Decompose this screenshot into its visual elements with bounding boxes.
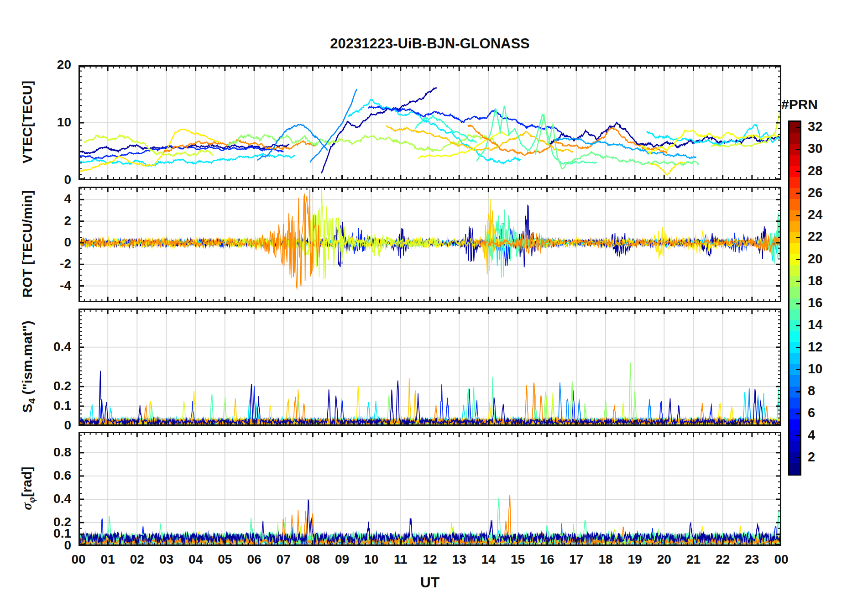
colorbar-tick-mark — [796, 457, 800, 458]
y-tick-label: 0.2 — [24, 515, 71, 529]
glonass-scintillation-figure: 20231223-UiB-BJN-GLONASS VTEC[TECU]ROT [… — [0, 0, 868, 607]
colorbar-tick-mark — [796, 347, 800, 348]
x-tick-label: 00 — [763, 552, 800, 567]
colorbar-tick-mark — [796, 215, 800, 216]
colorbar-tick-mark — [796, 237, 800, 238]
colorbar-tick-mark — [796, 149, 800, 150]
colorbar-tick-mark — [796, 259, 800, 260]
colorbar-cell — [790, 265, 800, 277]
x-axis-label: UT — [78, 574, 781, 591]
colorbar-title: #PRN — [781, 97, 818, 112]
colorbar-cell — [790, 353, 800, 365]
y-tick-label: 0.8 — [24, 445, 71, 460]
colorbar-tick-mark — [796, 369, 800, 370]
colorbar-cell — [790, 309, 800, 320]
colorbar-tick-label: 4 — [808, 428, 815, 443]
colorbar-tick-label: 18 — [808, 273, 822, 288]
colorbar-tick-label: 2 — [808, 450, 815, 465]
colorbar-tick-mark — [796, 391, 800, 392]
y-tick-label: 2 — [24, 214, 71, 228]
y-tick-label: 0.2 — [24, 379, 71, 393]
y-tick-label: 0.1 — [24, 398, 71, 413]
page-title: 20231223-UiB-BJN-GLONASS — [78, 36, 781, 52]
colorbar-cell — [790, 397, 800, 408]
y-tick-label: 0 — [24, 173, 71, 187]
colorbar-cell — [790, 243, 800, 254]
colorbar-tick-label: 12 — [808, 340, 822, 355]
y-tick-label: 0.4 — [24, 340, 71, 354]
colorbar-cell — [790, 221, 800, 232]
colorbar-tick-label: 6 — [808, 405, 815, 420]
colorbar-gradient — [788, 120, 801, 476]
colorbar-tick-label: 22 — [808, 229, 822, 244]
colorbar-tick-mark — [796, 303, 800, 304]
colorbar-tick-mark — [796, 281, 800, 282]
colorbar-tick-label: 28 — [808, 163, 822, 178]
y-tick-label: 0 — [24, 418, 71, 433]
colorbar-cell — [790, 155, 800, 166]
rot-panel-canvas — [78, 187, 781, 302]
vtec-panel-canvas — [78, 65, 781, 180]
colorbar-tick-label: 30 — [808, 141, 822, 156]
s4-panel-canvas — [78, 309, 781, 426]
colorbar-cell — [790, 375, 800, 387]
colorbar-tick-label: 26 — [808, 185, 822, 200]
colorbar-tick-label: 24 — [808, 207, 822, 222]
colorbar-cell — [790, 419, 800, 430]
colorbar-cell — [790, 133, 800, 144]
sigma-phi-panel-canvas — [78, 432, 781, 546]
colorbar-tick-label: 32 — [808, 119, 822, 134]
colorbar-cell — [790, 287, 800, 298]
colorbar-tick-mark — [796, 435, 800, 436]
y-tick-label: 0.4 — [24, 492, 71, 506]
colorbar-cell — [790, 463, 800, 475]
colorbar-cell — [790, 331, 800, 342]
y-tick-label: 10 — [24, 115, 71, 130]
colorbar-tick-mark — [796, 193, 800, 194]
colorbar-tick-mark — [796, 325, 800, 326]
y-tick-label: 0 — [24, 235, 71, 250]
y-tick-label: 4 — [24, 192, 71, 206]
colorbar-tick-mark — [796, 127, 800, 128]
colorbar-tick-label: 20 — [808, 251, 822, 267]
colorbar-cell — [790, 199, 800, 210]
colorbar-cell — [790, 441, 800, 453]
colorbar-tick-mark — [796, 413, 800, 414]
colorbar-cell — [790, 177, 800, 188]
y-tick-label: -2 — [24, 256, 71, 271]
y-tick-label: -4 — [24, 278, 71, 293]
colorbar-tick-label: 14 — [808, 317, 822, 332]
y-tick-label: 0.6 — [24, 468, 71, 483]
colorbar-tick-label: 10 — [808, 361, 822, 377]
colorbar-tick-label: 8 — [808, 383, 815, 398]
colorbar-tick-mark — [796, 171, 800, 172]
y-tick-label: 20 — [24, 58, 71, 72]
colorbar-tick-label: 16 — [808, 295, 822, 310]
